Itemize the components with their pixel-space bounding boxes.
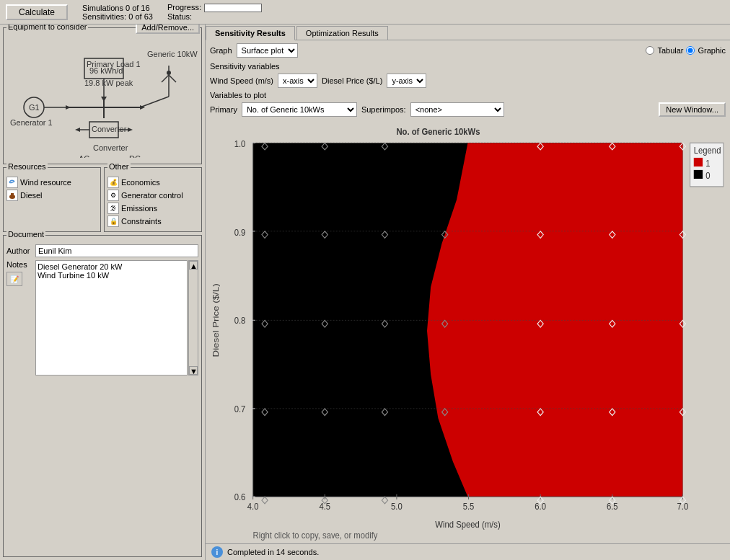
new-window-button[interactable]: New Window... xyxy=(659,102,726,117)
svg-text:No. of Generic 10kWs: No. of Generic 10kWs xyxy=(396,127,480,138)
primary-label: Primary xyxy=(210,105,237,114)
primary-select[interactable]: No. of Generic 10kWs Option 2 xyxy=(242,102,357,117)
economics-label: Economics xyxy=(121,178,160,187)
diesel-axis-select[interactable]: y-axis x-axis xyxy=(387,74,426,88)
economics-icon: 💰 xyxy=(107,177,119,188)
chart-inner: No. of Generic 10kWs xyxy=(208,121,727,541)
emissions-icon: 🌫 xyxy=(107,203,119,214)
emissions-label: Emissions xyxy=(121,204,157,213)
superimpose-label: Superimpos: xyxy=(361,105,406,114)
sensitivity-vars-row: Sensitivity variables xyxy=(206,61,730,72)
vars-plot-row: Variables to plot xyxy=(206,89,730,101)
vars-plot-label: Variables to plot xyxy=(210,91,266,99)
scrollbar[interactable]: ▲ ▼ xyxy=(188,260,198,375)
status-message: Completed in 14 seconds. xyxy=(227,548,319,556)
scroll-down[interactable]: ▼ xyxy=(189,366,198,375)
tabular-radio[interactable] xyxy=(646,46,654,55)
author-row: Author xyxy=(6,244,198,257)
scroll-track xyxy=(189,270,198,366)
scroll-up[interactable]: ▲ xyxy=(189,261,198,270)
graph-label: Graph xyxy=(210,46,232,55)
wind-axis-select[interactable]: x-axis y-axis xyxy=(278,74,317,88)
svg-marker-29 xyxy=(128,128,133,132)
tab-sensitivity[interactable]: Sensitivity Results xyxy=(206,26,295,40)
svg-text:G1: G1 xyxy=(29,103,40,112)
svg-rect-31 xyxy=(11,193,14,197)
svg-text:0.9: 0.9 xyxy=(234,227,246,238)
svg-rect-102 xyxy=(694,158,703,166)
svg-text:0.8: 0.8 xyxy=(234,315,246,326)
svg-text:5.5: 5.5 xyxy=(463,502,475,512)
svg-text:0.6: 0.6 xyxy=(234,492,246,502)
author-input[interactable] xyxy=(35,244,198,257)
right-panel: Sensitivity Results Optimization Results… xyxy=(206,25,730,560)
constraints-item[interactable]: 🔒 Constraints xyxy=(107,215,198,227)
diesel-item[interactable]: Diesel xyxy=(6,190,97,201)
svg-marker-12 xyxy=(101,97,107,102)
wind-resource-item[interactable]: Wind resource xyxy=(6,177,97,188)
main-container: Calculate Simulations 0 of 16 Sensitivit… xyxy=(0,0,730,560)
svg-text:0.7: 0.7 xyxy=(234,404,246,414)
tabular-label: Tabular xyxy=(657,46,683,55)
status-bar: i Completed in 14 seconds. xyxy=(206,543,730,560)
progress-info: Progress: Status: xyxy=(167,3,262,21)
equipment-title: Equipment to consider xyxy=(6,25,88,31)
svg-marker-14 xyxy=(66,105,71,110)
svg-text:1: 1 xyxy=(705,158,710,169)
svg-line-19 xyxy=(169,75,176,82)
document-title: Document xyxy=(6,230,45,239)
notes-icon-1[interactable]: 📝 xyxy=(6,272,22,286)
constraints-label: Constraints xyxy=(121,217,162,226)
generator-control-label: Generator control xyxy=(121,191,183,200)
calculate-button[interactable]: Calculate xyxy=(6,4,68,20)
notes-label: Notes xyxy=(6,260,35,269)
add-remove-button[interactable]: Add/Remove... xyxy=(136,25,200,34)
left-panel: Equipment to consider Add/Remove... AC xyxy=(0,25,206,560)
wind-icon xyxy=(6,177,18,188)
tabs: Sensitivity Results Optimization Results xyxy=(206,25,730,40)
economics-item[interactable]: 💰 Economics xyxy=(107,177,198,188)
svg-text:6.0: 6.0 xyxy=(535,502,546,512)
graph-controls-row: Graph Surface plot Bar chart Line chart … xyxy=(206,40,730,61)
svg-marker-84 xyxy=(382,497,387,504)
equipment-box: Equipment to consider Add/Remove... AC xyxy=(3,27,202,164)
svg-text:4.0: 4.0 xyxy=(247,502,259,512)
tab-optimization[interactable]: Optimization Results xyxy=(296,26,388,40)
graph-select[interactable]: Surface plot Bar chart Line chart xyxy=(237,43,298,58)
svg-text:6.5: 6.5 xyxy=(607,502,618,512)
view-radio-group: Tabular Graphic xyxy=(646,46,726,55)
chart-svg: No. of Generic 10kWs xyxy=(208,121,727,541)
svg-text:19.8 kW peak: 19.8 kW peak xyxy=(84,79,133,87)
svg-text:DC: DC xyxy=(129,154,141,158)
top-bar: Calculate Simulations 0 of 16 Sensitivit… xyxy=(0,0,730,25)
svg-text:4.5: 4.5 xyxy=(319,502,330,512)
diesel-label: Diesel xyxy=(20,191,43,200)
svg-marker-82 xyxy=(262,497,268,504)
chart-container: No. of Generic 10kWs xyxy=(206,118,730,543)
svg-marker-27 xyxy=(75,128,80,132)
emissions-item[interactable]: 🌫 Emissions xyxy=(107,203,198,214)
resources-other: Resources Wind resource Dies xyxy=(3,167,202,232)
notes-area: Notes 📝 Diesel Generator 20 kW Wind Turb… xyxy=(6,260,198,375)
sensitivity-vars-label: Sensitivity variables xyxy=(210,62,280,71)
svg-text:0: 0 xyxy=(705,170,710,181)
svg-text:96 kWh/d: 96 kWh/d xyxy=(89,66,123,75)
notes-label-col: Notes 📝 xyxy=(6,260,35,375)
graphic-radio[interactable] xyxy=(686,46,695,55)
svg-text:Converter: Converter xyxy=(92,125,127,133)
superimpose-select[interactable]: <none> Option 1 xyxy=(410,102,504,117)
diagram-svg: AC DC G1 Generator 1 Primary Load 1 96 k… xyxy=(6,35,201,158)
resources-title: Resources xyxy=(6,162,48,171)
svg-rect-104 xyxy=(694,170,703,179)
other-box: Other 💰 Economics ⚙ Generator control 🌫 xyxy=(104,167,202,232)
document-box: Document Author Notes 📝 Diesel Gen xyxy=(3,235,202,557)
notes-textarea[interactable]: Diesel Generator 20 kW Wind Turbine 10 k… xyxy=(35,260,188,375)
svg-text:Legend: Legend xyxy=(694,145,721,156)
svg-text:5.0: 5.0 xyxy=(391,502,403,512)
generator-control-icon: ⚙ xyxy=(107,190,119,201)
generator-control-item[interactable]: ⚙ Generator control xyxy=(107,190,198,201)
axis-row: Wind Speed (m/s) x-axis y-axis Diesel Pr… xyxy=(206,72,730,89)
progress-bar xyxy=(204,4,262,12)
wind-resource-label: Wind resource xyxy=(20,178,71,187)
primary-superimpose-row: Primary No. of Generic 10kWs Option 2 Su… xyxy=(206,101,730,118)
